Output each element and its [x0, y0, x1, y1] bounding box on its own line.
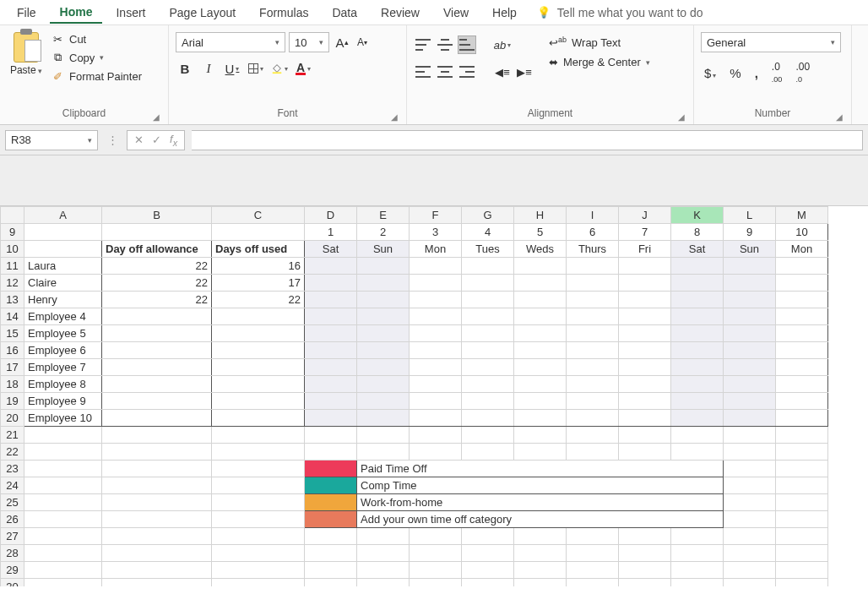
cell-H17[interactable] — [514, 359, 567, 376]
cell-E20[interactable] — [357, 410, 410, 427]
font-color-button[interactable]: A — [294, 59, 312, 78]
cell-E19[interactable] — [357, 393, 410, 410]
row-header-13[interactable]: 13 — [1, 292, 24, 308]
cell-B29[interactable] — [102, 562, 212, 579]
menu-insert[interactable]: Insert — [106, 3, 155, 23]
column-header-G[interactable]: G — [462, 207, 514, 224]
cell-F13[interactable] — [410, 292, 462, 308]
cell-A11[interactable]: Laura — [24, 258, 102, 275]
cell-A30[interactable] — [24, 579, 102, 587]
cell-K29[interactable] — [671, 562, 724, 579]
cell-E12[interactable] — [357, 275, 410, 292]
cell-B16[interactable] — [102, 342, 212, 359]
tell-me-input[interactable]: Tell me what you want to do — [557, 6, 703, 19]
cell-M18[interactable] — [776, 376, 828, 393]
cell-F17[interactable] — [410, 359, 462, 376]
cell-C12[interactable]: 17 — [212, 275, 305, 292]
cell-D22[interactable] — [305, 444, 357, 461]
cell-E30[interactable] — [357, 579, 410, 587]
cell-K12[interactable] — [671, 275, 724, 292]
cell-D11[interactable] — [305, 258, 357, 275]
row-header-17[interactable]: 17 — [1, 359, 24, 376]
paste-button[interactable]: Paste — [7, 29, 46, 76]
cell-H10[interactable]: Weds — [514, 241, 567, 258]
cell-L9[interactable]: 9 — [724, 224, 776, 241]
cell-J29[interactable] — [619, 562, 671, 579]
row-header-28[interactable]: 28 — [1, 545, 24, 562]
cell-H9[interactable]: 5 — [514, 224, 567, 241]
cell-C30[interactable] — [212, 579, 305, 587]
cell-B15[interactable] — [102, 325, 212, 342]
cell-G10[interactable]: Tues — [462, 241, 514, 258]
cell-K17[interactable] — [671, 359, 724, 376]
row-header-11[interactable]: 11 — [1, 258, 24, 275]
cell-G19[interactable] — [462, 393, 514, 410]
cell-M13[interactable] — [776, 292, 828, 308]
cell-F15[interactable] — [410, 325, 462, 342]
fx-button[interactable]: fx — [170, 133, 177, 148]
font-launcher[interactable]: ◢ — [391, 112, 398, 122]
cell-B12[interactable]: 22 — [102, 275, 212, 292]
cell-H28[interactable] — [514, 545, 567, 562]
cell-M24[interactable] — [776, 477, 828, 494]
enter-formula-button[interactable]: ✓ — [152, 134, 161, 146]
cell-G16[interactable] — [462, 342, 514, 359]
name-box[interactable]: R38▾ — [5, 130, 98, 150]
cell-G20[interactable] — [462, 410, 514, 427]
cell-J21[interactable] — [619, 427, 671, 444]
cell-L29[interactable] — [724, 562, 776, 579]
cell-F16[interactable] — [410, 342, 462, 359]
cell-A10[interactable] — [24, 241, 102, 258]
cell-B13[interactable]: 22 — [102, 292, 212, 308]
cell-I28[interactable] — [567, 545, 619, 562]
cell-G22[interactable] — [462, 444, 514, 461]
cell-M22[interactable] — [776, 444, 828, 461]
cell-L21[interactable] — [724, 427, 776, 444]
cell-J20[interactable] — [619, 410, 671, 427]
column-header-E[interactable]: E — [357, 207, 410, 224]
increase-decimal-button[interactable]: .0.00 — [768, 59, 786, 86]
cell-F19[interactable] — [410, 393, 462, 410]
orientation-button[interactable]: ab — [493, 35, 512, 54]
cell-K9[interactable]: 8 — [671, 224, 724, 241]
cell-C13[interactable]: 22 — [212, 292, 305, 308]
cell-L19[interactable] — [724, 393, 776, 410]
cell-G13[interactable] — [462, 292, 514, 308]
cell-I11[interactable] — [567, 258, 619, 275]
cell-K16[interactable] — [671, 342, 724, 359]
cell-D20[interactable] — [305, 410, 357, 427]
cell-H13[interactable] — [514, 292, 567, 308]
cell-E13[interactable] — [357, 292, 410, 308]
row-header-9[interactable]: 9 — [1, 224, 24, 241]
cell-F14[interactable] — [410, 308, 462, 325]
menu-help[interactable]: Help — [482, 3, 527, 23]
cell-D10[interactable]: Sat — [305, 241, 357, 258]
cell-F12[interactable] — [410, 275, 462, 292]
cell-C10[interactable]: Days off used — [212, 241, 305, 258]
cell-E28[interactable] — [357, 545, 410, 562]
cell-D29[interactable] — [305, 562, 357, 579]
cell-F28[interactable] — [410, 545, 462, 562]
column-header-D[interactable]: D — [305, 207, 357, 224]
alignment-launcher[interactable]: ◢ — [678, 112, 685, 122]
cell-G30[interactable] — [462, 579, 514, 587]
align-middle-button[interactable] — [436, 35, 454, 54]
cell-C9[interactable] — [212, 224, 305, 241]
cell-D16[interactable] — [305, 342, 357, 359]
cell-A25[interactable] — [24, 494, 102, 511]
cell-E10[interactable]: Sun — [357, 241, 410, 258]
cell-H11[interactable] — [514, 258, 567, 275]
column-header-M[interactable]: M — [776, 207, 828, 224]
cell-L13[interactable] — [724, 292, 776, 308]
cell-E29[interactable] — [357, 562, 410, 579]
cell-J30[interactable] — [619, 579, 671, 587]
cell-D26[interactable] — [305, 511, 357, 528]
cell-C18[interactable] — [212, 376, 305, 393]
cell-H19[interactable] — [514, 393, 567, 410]
cell-J18[interactable] — [619, 376, 671, 393]
cell-J9[interactable]: 7 — [619, 224, 671, 241]
cell-D28[interactable] — [305, 545, 357, 562]
menu-formulas[interactable]: Formulas — [249, 3, 318, 23]
cell-L23[interactable] — [724, 461, 776, 477]
cell-I27[interactable] — [567, 528, 619, 545]
